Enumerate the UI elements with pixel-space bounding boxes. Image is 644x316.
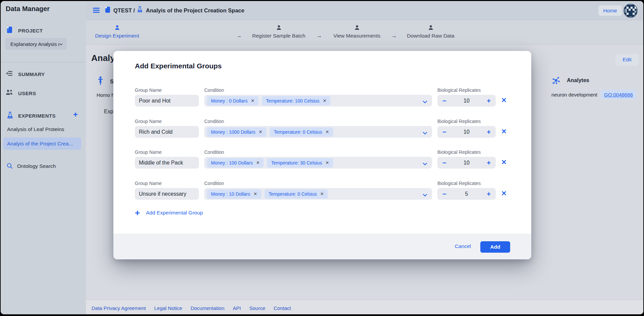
group-name-label: Group Name (135, 181, 162, 186)
remove-tag-icon[interactable]: ✕ (323, 98, 326, 103)
person-icon (354, 26, 360, 31)
footer-link-data-privacy[interactable]: Data Privacy Agreement (92, 305, 146, 311)
decrement-button[interactable]: − (442, 191, 446, 197)
step-arrow-icon: → (236, 33, 242, 39)
remove-tag-icon[interactable]: ✕ (251, 98, 255, 103)
condition-label: Condition (204, 149, 224, 155)
sidebar: Data Manager PROJECT Explanatory Analysi… (1, 1, 86, 314)
analyte-name: neuron development (551, 92, 597, 98)
footer-link-source[interactable]: Source (249, 305, 265, 311)
group-name-input[interactable] (135, 95, 199, 107)
remove-tag-icon[interactable]: ✕ (259, 129, 262, 134)
sidebar-item-users[interactable]: USERS (18, 90, 36, 96)
experimental-group-row: Group Name Condition Biological Replicat… (113, 157, 531, 169)
experimental-group-row: Group Name Condition Biological Replicat… (113, 95, 531, 107)
chevron-down-icon (423, 192, 427, 198)
replicates-label: Biological Replicates (437, 149, 481, 155)
group-name-input[interactable] (135, 126, 199, 138)
person-icon (428, 26, 434, 31)
edit-button[interactable]: Edit (615, 54, 639, 66)
sidebar-item-project[interactable]: PROJECT (18, 28, 43, 34)
footer-link-api[interactable]: API (233, 305, 241, 311)
decrement-button[interactable]: − (442, 129, 446, 135)
footer-link-documentation[interactable]: Documentation (191, 305, 224, 311)
breadcrumb-project-icon (105, 6, 110, 14)
group-name-input[interactable] (135, 157, 199, 169)
remove-row-button[interactable]: ✕ (501, 158, 507, 166)
condition-select[interactable]: Money : 100 Dollars✕ Temperature: 30 Cel… (204, 157, 432, 169)
users-icon (6, 89, 13, 97)
sidebar-experiment-item-selected[interactable]: Analyis of the Project Crea... (3, 137, 81, 150)
remove-row-button[interactable]: ✕ (501, 189, 507, 197)
condition-select[interactable]: Money : 0 Dollars✕ Temperature: 100 Cels… (204, 95, 432, 107)
breadcrumb-project[interactable]: QTEST / (113, 7, 135, 14)
increment-button[interactable]: + (487, 129, 491, 135)
condition-tag: Temperature: 0 Celsius✕ (265, 189, 328, 199)
add-experimental-group-button[interactable]: + Add Experimental Group (135, 209, 203, 216)
sidebar-experiment-item[interactable]: Analysis of Leaf Proteins (7, 126, 64, 132)
footer-link-contact[interactable]: Contact (274, 305, 291, 311)
sidebar-item-ontology-search[interactable]: Ontology Search (17, 163, 56, 169)
sidebar-item-experiments[interactable]: EXPERIMENTS (18, 113, 56, 119)
step-arrow-icon: → (316, 33, 322, 39)
go-link-label: GO:0048666 (604, 92, 633, 98)
cancel-button[interactable]: Cancel (455, 243, 471, 249)
step-download-raw-data[interactable]: Download Raw Data (400, 25, 461, 39)
remove-tag-icon[interactable]: ✕ (256, 160, 260, 165)
chevron-down-icon (423, 99, 427, 105)
decrement-button[interactable]: − (442, 160, 446, 166)
increment-button[interactable]: + (487, 160, 491, 166)
step-register-sample-batch[interactable]: Register Sample Batch (249, 25, 309, 39)
menu-icon[interactable] (93, 8, 100, 14)
experiment-section-fragment: Exp (104, 109, 114, 115)
replicates-value: 10 (446, 98, 487, 104)
group-name-input[interactable] (135, 188, 199, 200)
remove-tag-icon[interactable]: ✕ (325, 129, 329, 134)
condition-label: Condition (204, 181, 224, 186)
remove-tag-icon[interactable]: ✕ (325, 160, 329, 165)
condition-tag: Temperature: 100 Celsius✕ (262, 96, 330, 106)
replicates-value: 10 (446, 160, 487, 166)
project-book-icon (7, 26, 12, 33)
remove-tag-icon[interactable]: ✕ (254, 191, 257, 196)
step-design-experiment[interactable]: Design Experiment (87, 25, 147, 39)
experimental-group-row: Group Name Condition Biological Replicat… (113, 126, 531, 138)
project-selector[interactable]: Explanatory Analysis o... (5, 38, 67, 50)
analyte-ontology-link[interactable]: GO:0048666 (601, 90, 636, 99)
sidebar-item-summary[interactable]: SUMMARY (18, 71, 45, 77)
decrement-button[interactable]: − (442, 98, 446, 104)
remove-tag-icon[interactable]: ✕ (320, 191, 324, 196)
condition-label: Condition (204, 87, 224, 93)
sidebar-divider (1, 62, 86, 62)
person-icon (276, 26, 282, 31)
condition-label: Condition (204, 119, 224, 124)
summary-icon (6, 71, 13, 77)
group-name-label: Group Name (135, 149, 162, 155)
breadcrumb-experiment[interactable]: Analyis of the Project Creation Space (146, 7, 244, 14)
replicates-value: 10 (446, 129, 487, 135)
modal-title: Add Experimental Groups (135, 62, 222, 70)
increment-button[interactable]: + (487, 191, 491, 197)
condition-select[interactable]: Money : 1000 Dollars✕ Temperature: 0 Cel… (204, 126, 432, 138)
remove-row-button[interactable]: ✕ (501, 127, 507, 135)
condition-tag: Money : 0 Dollars✕ (207, 96, 259, 106)
species-person-icon (97, 76, 104, 86)
user-avatar[interactable] (624, 4, 638, 18)
add-button[interactable]: Add (480, 241, 510, 253)
increment-button[interactable]: + (487, 98, 491, 104)
remove-row-button[interactable]: ✕ (501, 96, 507, 104)
condition-tag: Temperature: 0 Celsius✕ (270, 127, 333, 137)
experimental-group-row: Group Name Condition Biological Replicat… (113, 188, 531, 200)
condition-select[interactable]: Money : 10 Dollars✕ Temperature: 0 Celsi… (204, 188, 432, 200)
chevron-down-icon (423, 130, 427, 136)
replicates-label: Biological Replicates (437, 119, 481, 124)
species-value-fragment: Homo h (97, 92, 113, 98)
step-view-measurements[interactable]: View Measurements (327, 25, 387, 39)
app-window: Data Manager PROJECT Explanatory Analysi… (1, 1, 643, 314)
experiments-flask-icon (7, 112, 13, 120)
condition-tag: Temperature: 30 Celsius✕ (267, 158, 333, 168)
footer-link-legal-notice[interactable]: Legal Notice (154, 305, 182, 311)
home-button[interactable]: Home (598, 5, 622, 16)
add-experiment-icon[interactable]: + (73, 111, 78, 118)
replicates-stepper: − 10 + (437, 126, 496, 138)
